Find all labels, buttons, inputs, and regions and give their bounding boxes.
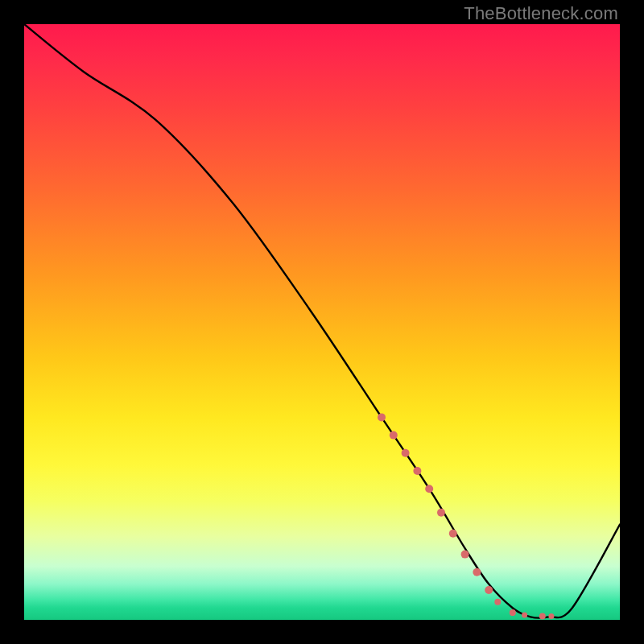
highlight-dot — [425, 485, 433, 493]
chart-frame: TheBottleneck.com — [0, 0, 644, 644]
highlight-dot — [413, 467, 421, 475]
highlight-dot — [473, 568, 481, 576]
chart-svg — [24, 24, 620, 620]
plot-area — [24, 24, 620, 620]
highlight-dot — [390, 431, 398, 440]
highlight-markers — [378, 413, 554, 619]
highlight-dot — [402, 449, 410, 457]
highlight-dot — [510, 609, 516, 616]
watermark-text: TheBottleneck.com — [464, 3, 618, 24]
curve-line — [24, 24, 620, 618]
highlight-dot — [449, 530, 457, 538]
highlight-dot — [548, 613, 554, 619]
highlight-dot — [437, 509, 445, 517]
highlight-dot — [485, 586, 493, 594]
highlight-dot — [378, 413, 386, 421]
highlight-dot — [539, 613, 546, 620]
highlight-dot — [494, 599, 501, 605]
highlight-dot — [522, 613, 527, 618]
highlight-dot — [461, 551, 469, 559]
